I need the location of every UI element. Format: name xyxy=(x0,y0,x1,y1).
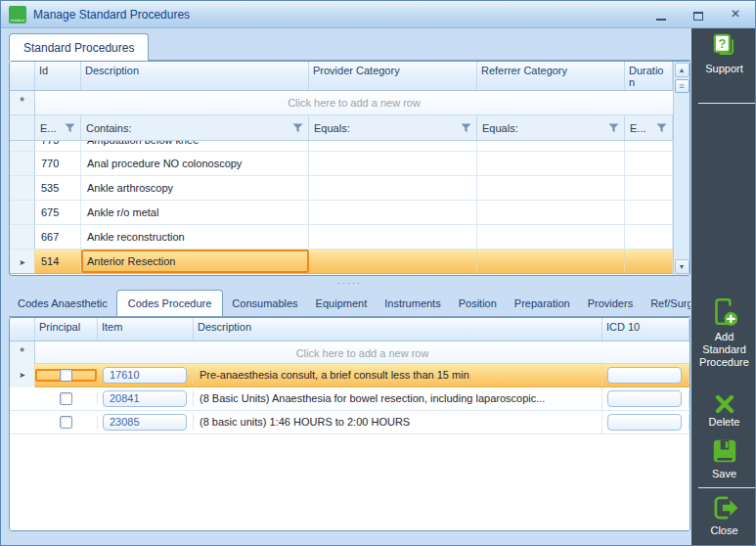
table-row-selected[interactable]: ➤ 514 Anterior Resection xyxy=(10,250,673,274)
close-window-button[interactable]: ✕ xyxy=(728,7,743,21)
icd10-value-box[interactable] xyxy=(607,414,682,431)
id-cell: 535 xyxy=(35,176,81,200)
table-row[interactable]: 23085 (8 basic units) 1:46 HOURS to 2:00… xyxy=(10,411,689,434)
maximize-icon xyxy=(693,12,703,21)
column-header-id[interactable]: Id xyxy=(35,62,81,90)
app-icon: medical xyxy=(9,6,26,23)
item-value-box[interactable]: 23085 xyxy=(103,414,187,431)
scroll-thumb[interactable]: ≡ xyxy=(675,79,689,93)
table-row[interactable]: 667 Ankle reconstruction xyxy=(10,225,673,250)
main-tabstrip: Standard Procedures xyxy=(9,33,690,61)
action-sidebar: ? Support Add Standard Procedure Delete xyxy=(691,28,756,546)
scroll-up-button[interactable]: ▲ xyxy=(675,63,689,77)
table-row-selected[interactable]: ➤ 17610 Pre-anaesthesia consult, a brief… xyxy=(10,364,689,387)
column-header-duration[interactable]: Duration xyxy=(625,62,673,90)
grip-icon: ≡ xyxy=(679,81,684,91)
tab-consumables[interactable]: Consumables xyxy=(223,291,306,317)
support-button[interactable]: ? Support xyxy=(691,31,756,75)
tab-standard-procedures[interactable]: Standard Procedures xyxy=(9,33,149,61)
icd10-value-box[interactable] xyxy=(607,367,682,384)
selector-column-header xyxy=(10,62,35,90)
column-header-principal[interactable]: Principal xyxy=(35,318,98,341)
filter-provider-category[interactable]: Equals: xyxy=(309,115,477,140)
scroll-up-icon: ▲ xyxy=(679,67,686,73)
id-cell: 675 xyxy=(35,201,81,224)
tab-position[interactable]: Position xyxy=(450,291,506,317)
svg-text:?: ? xyxy=(718,36,726,51)
icd10-cell xyxy=(602,390,689,407)
tab-equipment[interactable]: Equipment xyxy=(307,291,377,317)
description-cell-focused[interactable]: Anterior Resection xyxy=(81,250,309,273)
column-header-description[interactable]: Description xyxy=(194,318,602,341)
save-button[interactable]: Save xyxy=(691,436,756,480)
icd10-value-box[interactable] xyxy=(607,390,682,407)
delete-button[interactable]: Delete xyxy=(691,394,756,429)
manage-standard-procedures-window: medical Manage Standard Procedures ✕ Sta… xyxy=(0,0,756,546)
icd10-cell xyxy=(602,414,689,431)
codes-grid-header: Principal Item Description ICD 10 xyxy=(10,318,689,341)
add-row-text[interactable]: Click here to add a new row xyxy=(35,91,673,114)
tab-codes-procedure[interactable]: Codes Procedure xyxy=(116,290,224,317)
current-row-arrow-icon: ➤ xyxy=(19,258,25,267)
item-cell: 17610 xyxy=(98,367,194,384)
principal-checkbox[interactable] xyxy=(60,392,72,405)
grid-splitter-handle[interactable]: ····· xyxy=(9,277,690,289)
minimize-button[interactable] xyxy=(653,7,669,21)
tab-providers[interactable]: Providers xyxy=(579,291,642,317)
principal-cell xyxy=(35,392,98,405)
item-cell: 23085 xyxy=(98,414,194,431)
sidebar-divider xyxy=(698,487,756,488)
maximize-button[interactable] xyxy=(690,7,706,21)
table-row[interactable]: 20841 (8 Basic Units) Anaesthesia for bo… xyxy=(10,387,689,411)
principal-checkbox[interactable] xyxy=(60,369,72,382)
window-title: Manage Standard Procedures xyxy=(33,8,190,22)
filter-icon[interactable] xyxy=(461,123,471,133)
vertical-scrollbar[interactable]: ▲ ≡ ▼ xyxy=(673,62,689,275)
table-row[interactable]: 770 Anal procedure NO colonoscopy xyxy=(10,152,673,176)
detail-tabstrip: Codes AnaestheticCodes ProcedureConsumab… xyxy=(9,290,690,317)
tab-codes-anaesthetic[interactable]: Codes Anaesthetic xyxy=(9,291,116,317)
column-header-referrer-category[interactable]: Referrer Category xyxy=(477,62,625,90)
column-header-icd10[interactable]: ICD 10 xyxy=(602,318,689,341)
description-cell: Ankle arthroscopy xyxy=(81,176,309,200)
filter-id[interactable]: E... xyxy=(35,115,81,140)
tab-ref-surgeon[interactable]: Ref/Surgeon xyxy=(642,291,690,317)
filter-icon[interactable] xyxy=(65,123,75,133)
scroll-down-icon: ▼ xyxy=(679,263,686,270)
item-cell: 20841 xyxy=(98,390,194,407)
scroll-down-button[interactable]: ▼ xyxy=(675,259,689,274)
procedures-grid-header: Id Description Provider Category Referre… xyxy=(10,62,673,91)
filter-description[interactable]: Contains: xyxy=(81,115,309,140)
principal-cell-focused xyxy=(35,369,98,382)
description-cell: (8 Basic Units) Anaesthesia for bowel re… xyxy=(194,387,602,410)
icd10-cell xyxy=(602,367,689,384)
principal-checkbox[interactable] xyxy=(60,416,72,429)
filter-referrer-category[interactable]: Equals: xyxy=(477,115,625,140)
description-cell: Ankle reconstruction xyxy=(81,225,309,249)
support-help-icon: ? xyxy=(710,31,739,61)
tab-preparation[interactable]: Preparation xyxy=(506,291,579,317)
item-value-box[interactable]: 17610 xyxy=(103,367,187,384)
item-value-box[interactable]: 20841 xyxy=(103,390,187,407)
filter-row: E... Contains: Equals: Equals: xyxy=(10,115,673,141)
column-header-item[interactable]: Item xyxy=(98,318,194,341)
table-row-clipped[interactable]: 773 Amputation below knee xyxy=(10,141,673,152)
filter-duration[interactable]: E... xyxy=(625,115,673,140)
close-button[interactable]: Close xyxy=(691,493,756,537)
add-new-row[interactable]: * Click here to add a new row xyxy=(10,91,673,115)
filter-icon[interactable] xyxy=(292,123,303,133)
add-row-text[interactable]: Click here to add a new row xyxy=(35,341,689,363)
column-header-description[interactable]: Description xyxy=(81,62,309,90)
new-row-asterisk-icon: * xyxy=(10,91,35,114)
tab-instruments[interactable]: Instruments xyxy=(376,291,449,317)
add-standard-procedure-button[interactable]: Add Standard Procedure xyxy=(691,296,756,369)
table-row[interactable]: 675 Ankle r/o metal xyxy=(10,201,673,225)
table-row[interactable]: 535 Ankle arthroscopy xyxy=(10,176,673,201)
column-header-provider-category[interactable]: Provider Category xyxy=(309,62,477,90)
description-cell: (8 basic units) 1:46 HOURS to 2:00 HOURS xyxy=(194,411,602,433)
filter-icon[interactable] xyxy=(608,123,619,133)
codes-grid: Principal Item Description ICD 10 * Clic… xyxy=(9,317,690,531)
add-new-row[interactable]: * Click here to add a new row xyxy=(10,341,689,364)
filter-icon[interactable] xyxy=(656,123,667,133)
description-cell: Pre-anaesthesia consult, a brief consult… xyxy=(194,364,602,387)
